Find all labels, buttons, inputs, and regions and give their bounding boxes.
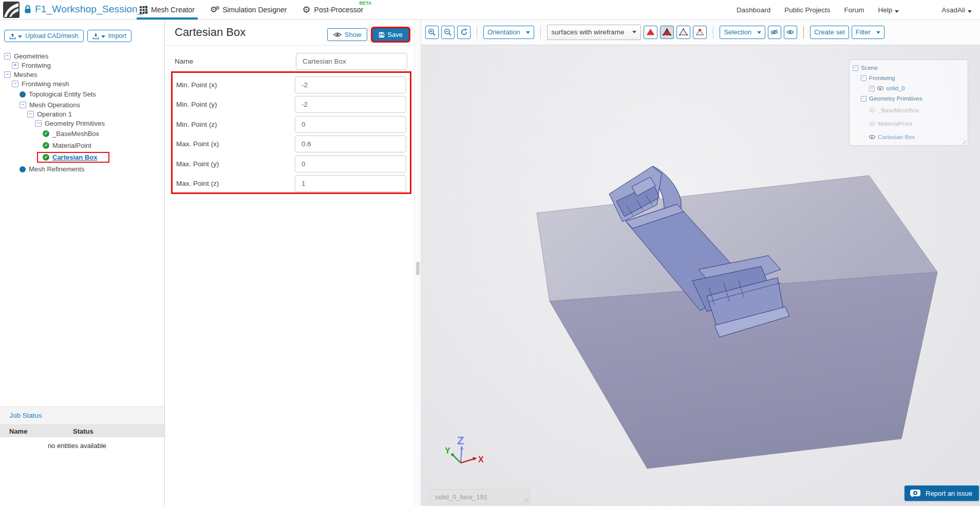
axis-triad: Z Y X [431, 430, 493, 492]
selection-button[interactable]: Selection [720, 26, 765, 39]
field-row-max-point-z: Max. Point (z) [173, 174, 410, 194]
save-icon [379, 32, 385, 38]
tree-item-materialpoint[interactable]: ✓MaterialPoint [0, 140, 164, 151]
tree-item-label: Geometries [14, 52, 48, 60]
collapse-icon[interactable]: − [35, 120, 42, 127]
tree-item-operation-1[interactable]: −Operation 1 [0, 109, 164, 119]
collapse-icon[interactable]: − [27, 111, 34, 118]
tree-item-frontwing[interactable]: +Frontwing [0, 61, 164, 70]
field-input-max-point-y[interactable] [295, 155, 406, 172]
nav-link-public-projects[interactable]: Public Projects [784, 6, 830, 14]
field-label: Min. Point (x) [176, 81, 217, 89]
render-mode-points-button[interactable] [693, 26, 707, 39]
collapse-icon[interactable]: − [853, 65, 858, 71]
panel-resize-strip[interactable] [414, 20, 421, 506]
create-set-button[interactable]: Create set [810, 26, 849, 39]
axis-label-z: Z [457, 434, 464, 447]
field-label: Max. Point (y) [176, 160, 219, 168]
refresh-button[interactable] [457, 26, 470, 39]
resize-handle-icon[interactable] [962, 139, 967, 144]
tree-item-topological-entity-sets[interactable]: Topological Entity Sets [0, 88, 164, 100]
scene-tree-panel[interactable]: −Scene−Frontwing+solid_0−Geometry Primit… [849, 60, 968, 146]
tree-item-basemeshbox[interactable]: ✓_BaseMeshBox [0, 128, 164, 140]
tab-post-processor[interactable]: ⚙ Post-Processor BETA [302, 0, 363, 20]
project-title: F1_Workshop_Session_1 [35, 4, 148, 15]
scene-item-label: solid_0 [886, 85, 904, 91]
eye-icon [786, 29, 794, 35]
tree-item-frontwing-mesh[interactable]: −Frontwing mesh [0, 79, 164, 88]
nav-link-forum[interactable]: Forum [844, 6, 864, 14]
tab-label: Mesh Creator [151, 6, 195, 14]
orientation-button[interactable]: Orientation [483, 26, 534, 39]
expand-icon[interactable]: + [12, 62, 18, 69]
upload-cad-button[interactable]: Upload CAD/mesh [4, 30, 84, 42]
zoom-in-button[interactable] [425, 26, 439, 39]
beta-badge: BETA [359, 1, 371, 6]
app-logo[interactable] [3, 2, 20, 18]
user-menu[interactable]: AsadAli [941, 6, 972, 14]
scene-tree-item-geometry-primitives[interactable]: −Geometry Primitives [850, 93, 968, 104]
save-button[interactable]: Save [372, 28, 409, 41]
zoom-out-button[interactable] [441, 26, 455, 39]
scene-tree-item-frontwing[interactable]: −Frontwing [850, 73, 968, 83]
render-mode-select[interactable]: surfaces with wireframe [547, 25, 642, 40]
collapse-icon[interactable]: − [4, 53, 11, 60]
field-label: Max. Point (z) [176, 180, 219, 187]
render-mode-wireframe-button[interactable] [676, 26, 690, 39]
panel-scrollbar-thumb[interactable] [416, 262, 420, 275]
show-selection-button[interactable] [784, 26, 797, 39]
collapse-icon[interactable]: − [4, 71, 11, 78]
nav-link-dashboard[interactable]: Dashboard [737, 6, 770, 14]
import-button[interactable]: Import [87, 30, 131, 42]
tree-item-label: Meshes [14, 71, 37, 79]
scene-tree-item-solid-0[interactable]: +solid_0 [850, 83, 968, 93]
job-status-column-status: Status [73, 427, 93, 435]
eye-icon[interactable] [869, 122, 875, 126]
scene-tree-item-scene[interactable]: −Scene [850, 63, 968, 73]
help-menu[interactable]: Help [878, 6, 899, 14]
tree-item-mesh-operations[interactable]: −Mesh Operations [0, 100, 164, 109]
scene-item-label: Scene [861, 65, 878, 71]
chevron-down-icon [968, 10, 972, 13]
scene-tree-item-basemeshbox[interactable]: _BaseMeshBox [850, 104, 968, 117]
render-mode-surfaces-wireframe-button[interactable] [660, 26, 674, 39]
tree-item-label: Mesh Refinements [29, 165, 84, 173]
field-input-max-point-x[interactable] [295, 135, 406, 152]
chevron-down-icon [895, 10, 899, 13]
tree-item-geometries[interactable]: −Geometries [0, 51, 164, 61]
tree-item-label: Geometry Primitives [45, 120, 105, 127]
tab-simulation-designer[interactable]: ⚙⚙ Simulation Designer [210, 0, 287, 20]
collapse-icon[interactable]: − [20, 102, 26, 108]
check-circle-icon: ✓ [43, 154, 49, 161]
tree-item-mesh-refinements[interactable]: Mesh Refinements [0, 163, 164, 175]
name-input[interactable] [296, 53, 407, 70]
filter-button[interactable]: Filter [852, 26, 884, 39]
scene-tree-item-materialpoint[interactable]: MaterialPoint [850, 117, 968, 130]
collapse-icon[interactable]: − [861, 96, 866, 102]
viewport[interactable]: Orientation surfaces with wireframe Sele… [421, 20, 980, 506]
tree-item-geometry-primitives[interactable]: −Geometry Primitives [0, 119, 164, 128]
field-input-min-point-z[interactable] [295, 116, 406, 133]
scene-tree-item-cartesian-box[interactable]: Cartesian Box [850, 130, 968, 144]
tab-mesh-creator[interactable]: Mesh Creator [140, 0, 195, 20]
field-row-max-point-y: Max. Point (y) [173, 154, 410, 174]
field-row-min-point-z: Min. Point (z) [173, 114, 410, 134]
show-button[interactable]: Show [327, 28, 368, 41]
eye-slash-icon [770, 29, 778, 35]
scene-item-label: MaterialPoint [878, 121, 912, 127]
field-input-min-point-y[interactable] [295, 96, 406, 113]
eye-icon[interactable] [869, 108, 875, 112]
expand-icon[interactable]: + [869, 86, 875, 91]
resize-handle-icon[interactable] [523, 497, 528, 502]
collapse-icon[interactable]: − [861, 75, 866, 81]
report-issue-button[interactable]: Report an issue [904, 485, 979, 501]
field-input-min-point-x[interactable] [295, 76, 406, 93]
collapse-icon[interactable]: − [12, 81, 18, 87]
eye-icon[interactable] [877, 86, 883, 90]
tree-item-cartesian-box[interactable]: ✓Cartesian Box [0, 151, 164, 163]
field-input-max-point-z[interactable] [295, 175, 406, 192]
render-mode-surfaces-button[interactable] [644, 26, 657, 39]
tree-item-meshes[interactable]: −Meshes [0, 70, 164, 79]
eye-icon[interactable] [869, 135, 875, 139]
hide-selection-button[interactable] [768, 26, 781, 39]
